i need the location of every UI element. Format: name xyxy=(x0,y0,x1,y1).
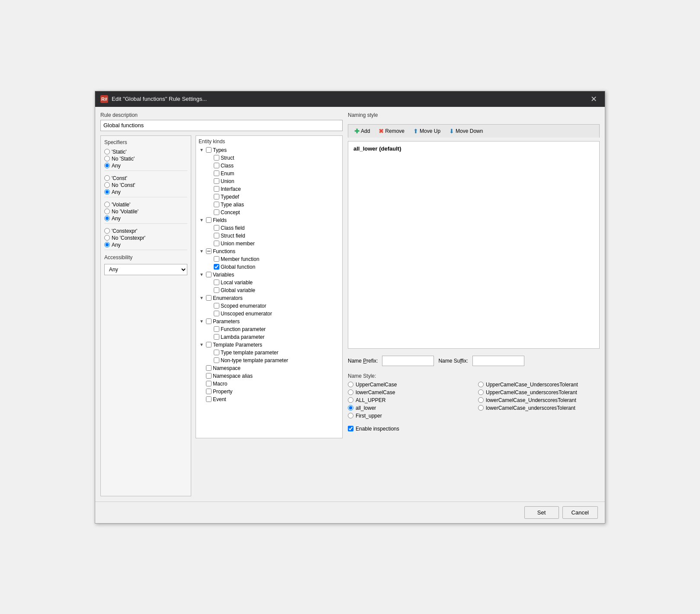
fields-checkbox[interactable] xyxy=(206,217,212,223)
parameters-checkbox[interactable] xyxy=(206,318,212,324)
concept-checkbox[interactable] xyxy=(214,209,219,215)
style-all-lower[interactable] xyxy=(348,405,353,411)
cancel-button[interactable]: Cancel xyxy=(562,506,598,519)
set-button[interactable]: Set xyxy=(524,506,559,519)
functions-toggle[interactable]: ▼ xyxy=(199,248,205,254)
style-row-first-upper: First_upper xyxy=(348,413,469,419)
name-prefix-input[interactable] xyxy=(382,356,434,366)
variables-toggle[interactable]: ▼ xyxy=(199,272,205,278)
static-option-1[interactable] xyxy=(104,149,110,154)
rule-description-input[interactable] xyxy=(100,120,343,131)
static-option-3[interactable] xyxy=(104,163,110,168)
enumerators-toggle[interactable]: ▼ xyxy=(199,295,205,301)
types-toggle[interactable]: ▼ xyxy=(199,147,205,153)
add-button[interactable]: ✚ Add xyxy=(351,126,373,136)
namespace-alias-checkbox[interactable] xyxy=(206,373,212,379)
struct-checkbox[interactable] xyxy=(214,155,219,161)
style-row-all-upper: ALL_UPPER xyxy=(348,397,469,403)
local-variable-checkbox[interactable] xyxy=(214,280,219,285)
type-template-param-checkbox[interactable] xyxy=(214,350,219,355)
enable-inspections-row: Enable inspections xyxy=(348,426,600,432)
title-bar-left: R# Edit "Global functions" Rule Settings… xyxy=(100,95,207,103)
function-parameter-checkbox[interactable] xyxy=(214,326,219,332)
variables-checkbox[interactable] xyxy=(206,272,212,277)
move-up-button[interactable]: ⬆ Move Up xyxy=(410,126,444,136)
struct-field-checkbox[interactable] xyxy=(214,233,219,238)
style-lower-camel[interactable] xyxy=(348,389,353,395)
list-item: Non-type template parameter xyxy=(206,357,340,364)
enumerators-checkbox[interactable] xyxy=(206,295,212,301)
accessibility-section: Accessibility Any Public Protected Priva… xyxy=(104,253,187,277)
fields-children: Class field Struct field Union member xyxy=(206,224,340,248)
close-button[interactable]: ✕ xyxy=(588,94,600,104)
static-radio-3: Any xyxy=(104,163,187,169)
enable-inspections-checkbox[interactable] xyxy=(348,426,353,431)
constexpr-option-2[interactable] xyxy=(104,235,110,241)
union-checkbox[interactable] xyxy=(214,178,219,184)
list-item: Function parameter xyxy=(206,325,340,333)
naming-toolbar: ✚ Add ✖ Remove ⬆ Move Up ⬇ Move Down xyxy=(348,124,600,138)
global-function-checkbox[interactable] xyxy=(214,264,219,270)
list-item[interactable]: all_lower (default) xyxy=(351,144,597,153)
static-option-2[interactable] xyxy=(104,156,110,161)
style-upper-camel-us-tolerant[interactable] xyxy=(478,382,484,387)
member-function-checkbox[interactable] xyxy=(214,256,219,262)
property-checkbox[interactable] xyxy=(206,389,212,394)
fields-toggle[interactable]: ▼ xyxy=(199,217,205,223)
name-style-grid: UpperCamelCase UpperCamelCase_Underscore… xyxy=(348,382,600,419)
list-item: Struct xyxy=(206,154,340,162)
style-row-lower-camel-us-tolerant2: lowerCamelCase_underscoresTolerant xyxy=(478,405,600,411)
style-upper-camel-us-tolerant2[interactable] xyxy=(478,389,484,395)
functions-checkbox[interactable] xyxy=(206,248,212,254)
template-params-children: Type template parameter Non-type templat… xyxy=(206,349,340,364)
style-row-upper-camel-us-tolerant: UpperCamelCase_UnderscoresTolerant xyxy=(478,382,600,388)
union-member-checkbox[interactable] xyxy=(214,241,219,246)
list-item: Type alias xyxy=(206,201,340,209)
global-variable-checkbox[interactable] xyxy=(214,287,219,293)
move-up-icon: ⬆ xyxy=(413,128,418,135)
const-option-3[interactable] xyxy=(104,189,110,195)
const-option-2[interactable] xyxy=(104,182,110,188)
class-checkbox[interactable] xyxy=(214,163,219,168)
variables-children: Local variable Global variable xyxy=(206,279,340,294)
nontype-template-param-checkbox[interactable] xyxy=(214,357,219,363)
class-field-checkbox[interactable] xyxy=(214,225,219,231)
style-row-lower-camel: lowerCamelCase xyxy=(348,389,469,395)
style-first-upper[interactable] xyxy=(348,413,353,418)
style-upper-camel[interactable] xyxy=(348,382,353,387)
type-alias-checkbox[interactable] xyxy=(214,202,219,207)
parameters-toggle[interactable]: ▼ xyxy=(199,318,205,325)
style-lower-camel-us-tolerant2[interactable] xyxy=(478,405,484,411)
typedef-checkbox[interactable] xyxy=(214,194,219,199)
constexpr-option-1[interactable] xyxy=(104,228,110,234)
list-item: Type template parameter xyxy=(206,349,340,357)
volatile-option-1[interactable] xyxy=(104,202,110,207)
event-checkbox[interactable] xyxy=(206,396,212,402)
lambda-parameter-checkbox[interactable] xyxy=(214,334,219,340)
namespace-checkbox[interactable] xyxy=(206,365,212,371)
scoped-enumerator-checkbox[interactable] xyxy=(214,303,219,309)
constexpr-option-3[interactable] xyxy=(104,242,110,248)
const-option-1[interactable] xyxy=(104,175,110,181)
add-icon: ✚ xyxy=(354,128,360,135)
naming-list: all_lower (default) xyxy=(348,141,600,349)
list-item: Interface xyxy=(206,185,340,193)
macro-checkbox[interactable] xyxy=(206,381,212,386)
volatile-option-2[interactable] xyxy=(104,209,110,214)
template-params-checkbox[interactable] xyxy=(206,342,212,347)
static-radio-1: 'Static' xyxy=(104,149,187,155)
style-all-upper[interactable] xyxy=(348,397,353,403)
volatile-option-3[interactable] xyxy=(104,215,110,221)
enum-checkbox[interactable] xyxy=(214,170,219,176)
template-params-toggle[interactable]: ▼ xyxy=(199,342,205,348)
types-checkbox[interactable] xyxy=(206,147,212,153)
remove-button[interactable]: ✖ Remove xyxy=(375,126,408,136)
name-suffix-input[interactable] xyxy=(472,356,524,366)
unscoped-enumerator-checkbox[interactable] xyxy=(214,311,219,316)
move-down-button[interactable]: ⬇ Move Down xyxy=(446,126,486,136)
accessibility-select[interactable]: Any Public Protected Private xyxy=(104,264,187,275)
style-lower-camel-us-tolerant[interactable] xyxy=(478,397,484,403)
interface-checkbox[interactable] xyxy=(214,186,219,192)
static-group: 'Static' No 'Static' Any xyxy=(104,147,187,171)
const-radio-3: Any xyxy=(104,189,187,195)
